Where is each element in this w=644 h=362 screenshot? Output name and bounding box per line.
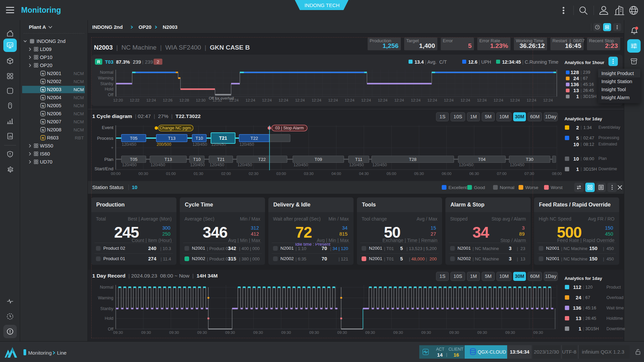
svg-text:RBT: RBT (75, 135, 84, 140)
svg-text:T11: T11 (355, 157, 362, 162)
svg-text:OP10: OP10 (40, 55, 52, 60)
svg-text:3D15H: 3D15H (585, 326, 599, 331)
svg-text:09:30: 09:30 (141, 330, 151, 335)
svg-text:N2004: N2004 (47, 95, 61, 100)
svg-text:T09: T09 (315, 157, 322, 162)
svg-text:120/450: 120/450 (372, 163, 387, 167)
svg-text:06:30: 06:30 (469, 172, 479, 176)
svg-text:Event: Event (102, 125, 113, 130)
svg-text:T22: T22 (251, 136, 258, 141)
svg-text:12:22: 12:22 (130, 98, 140, 102)
svg-text:T10: T10 (196, 136, 203, 141)
svg-text:+: + (111, 145, 113, 150)
svg-text:T21: T21 (219, 135, 227, 141)
svg-text:120/450: 120/450 (122, 142, 137, 147)
svg-text:12:24: 12:24 (394, 98, 404, 102)
svg-text:12:24: 12:24 (444, 98, 454, 102)
svg-text:?: ? (597, 25, 598, 29)
svg-text:T21: T21 (217, 157, 224, 162)
svg-text:09:30: 09:30 (505, 330, 515, 335)
svg-text:00:30: 00:30 (139, 172, 148, 176)
svg-text:120/450: 120/450 (151, 163, 165, 167)
svg-text:N2001: N2001 (47, 71, 61, 76)
svg-text:Overload: Overload (606, 295, 624, 300)
svg-text:45:16: 45:16 (585, 305, 596, 310)
svg-text:NCM: NCM (73, 87, 84, 92)
svg-text:Normal: Normal (100, 70, 113, 75)
svg-text:N2005: N2005 (47, 103, 61, 108)
svg-text:T13: T13 (164, 157, 172, 162)
svg-text:12:20: 12:20 (113, 98, 123, 102)
svg-text:Change NC pgm.: Change NC pgm. (160, 126, 192, 130)
svg-text:01:30: 01:30 (194, 172, 203, 176)
svg-text:|: | (583, 305, 584, 310)
svg-text:120/450: 120/450 (459, 163, 474, 167)
svg-text:120: 120 (585, 285, 593, 290)
svg-text:N2008: N2008 (47, 127, 61, 132)
svg-text:12:24: 12:24 (510, 98, 520, 102)
svg-text:09:30: 09:30 (113, 330, 123, 335)
svg-text:112: 112 (573, 284, 581, 290)
svg-text:|: | (583, 285, 584, 290)
svg-text:OP20: OP20 (40, 63, 52, 68)
svg-text:00:00: 00:00 (111, 172, 121, 176)
svg-text:128: 128 (571, 69, 579, 75)
svg-text:136: 136 (571, 81, 579, 87)
svg-text:N: N (42, 120, 44, 124)
svg-text:120/450: 120/450 (190, 163, 205, 167)
svg-text:N2002: N2002 (47, 79, 61, 84)
svg-text:24: 24 (573, 75, 579, 81)
svg-text:12:24: 12:24 (328, 98, 338, 102)
svg-text:Stanby: Stanby (100, 81, 114, 86)
svg-text:120/450: 120/450 (293, 163, 308, 167)
svg-text:3D15H: 3D15H (583, 94, 596, 99)
svg-text:02:30: 02:30 (249, 172, 259, 176)
svg-text:Process: Process (97, 136, 113, 141)
svg-text:120/450: 120/450 (510, 163, 525, 167)
svg-text:09:30: 09:30 (337, 330, 347, 335)
svg-text:120/450: 120/450 (237, 163, 252, 167)
svg-text:09:30: 09:30 (365, 330, 375, 335)
svg-text:13: 13 (573, 87, 579, 93)
svg-text:05:30: 05:30 (414, 172, 424, 176)
svg-text:R603: R603 (47, 135, 59, 140)
svg-text:09:30: 09:30 (533, 330, 543, 335)
svg-text:NCM: NCM (73, 71, 84, 76)
svg-text:09:30: 09:30 (421, 330, 431, 335)
svg-text:N: N (42, 96, 44, 100)
svg-text:Product: Product (606, 285, 621, 290)
svg-text:12:24: 12:24 (295, 98, 305, 102)
svg-text:|: | (581, 88, 582, 93)
svg-text:08:00: 08:00 (552, 172, 562, 176)
svg-text:07:00: 07:00 (497, 172, 506, 176)
svg-text:26:45: 26:45 (585, 316, 596, 321)
svg-text:09:30: 09:30 (197, 330, 207, 335)
svg-text:136: 136 (573, 305, 581, 311)
svg-text:120/450: 120/450 (122, 163, 137, 167)
svg-text:12:24: 12:24 (312, 98, 321, 102)
svg-text:T04: T04 (478, 157, 485, 162)
svg-text:N: N (42, 104, 44, 108)
svg-text:T22: T22 (258, 157, 266, 162)
svg-text:12:24: 12:24 (494, 98, 503, 102)
svg-text:09:30: 09:30 (477, 330, 487, 335)
svg-text:04:30: 04:30 (359, 172, 369, 176)
svg-text:07:30: 07:30 (525, 172, 534, 176)
svg-text:09:30: 09:30 (393, 330, 403, 335)
svg-text:|: | (581, 70, 582, 75)
svg-text:09:30: 09:30 (253, 330, 263, 335)
svg-text:NCM: NCM (73, 111, 84, 116)
svg-text:Start/End: Start/End (95, 166, 113, 171)
svg-text:|: | (581, 82, 582, 87)
svg-text:|: | (583, 295, 584, 300)
svg-text:120/450: 120/450 (239, 142, 254, 147)
svg-text:1: 1 (579, 326, 581, 331)
svg-text:200/500: 200/500 (157, 142, 171, 147)
svg-text:WS50: WS50 (40, 143, 53, 148)
svg-text:NCM: NCM (73, 95, 84, 100)
svg-text:120/450: 120/450 (210, 163, 224, 167)
svg-text:LD09: LD09 (40, 47, 52, 52)
svg-text:12:28: 12:28 (179, 98, 189, 102)
svg-text:N: N (42, 80, 44, 83)
svg-text:12:24: 12:24 (543, 98, 553, 102)
